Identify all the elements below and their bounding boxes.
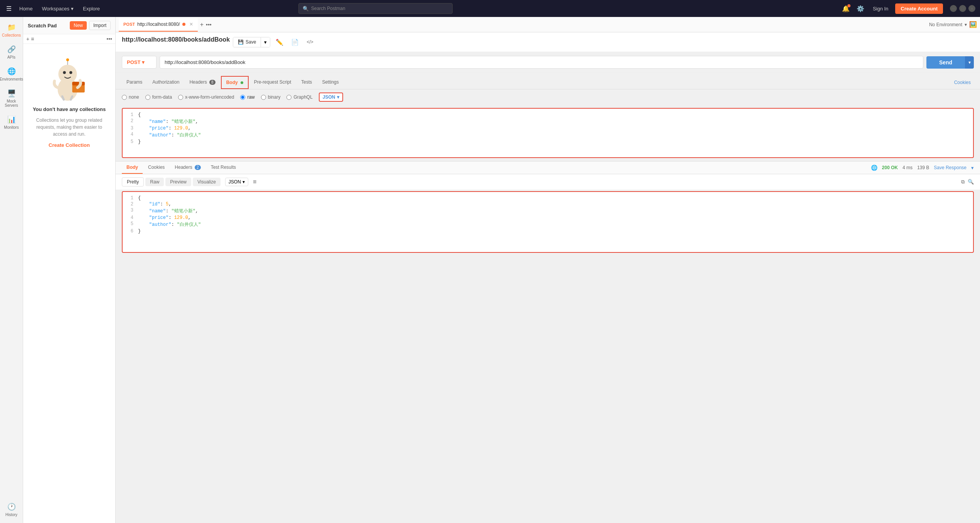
- tab-url-label: http://localhost:8080/: [137, 22, 180, 27]
- nav-right-area: 🔔 ⚙️ Sign In Create Account ─ □ ✕: [840, 3, 975, 14]
- empty-title: You don't have any collections: [33, 106, 106, 112]
- settings-tab[interactable]: Settings: [317, 76, 343, 89]
- response-cookies-tab[interactable]: Cookies: [143, 161, 169, 174]
- url-input[interactable]: [160, 56, 923, 69]
- json-format-selector[interactable]: JSON ▾: [319, 92, 343, 102]
- mascot-illustration: [46, 55, 93, 102]
- minimize-button[interactable]: ─: [950, 5, 957, 12]
- documentation-button[interactable]: 📄: [289, 37, 301, 47]
- tab-close-icon[interactable]: ✕: [189, 22, 193, 27]
- copy-icon[interactable]: ⧉: [961, 179, 965, 185]
- pre-request-tab[interactable]: Pre-request Script: [249, 76, 296, 89]
- save-response-chevron-icon[interactable]: ▾: [971, 165, 974, 171]
- none-radio[interactable]: none: [122, 94, 139, 100]
- edit-button[interactable]: ✏️: [273, 37, 286, 47]
- empty-collections-area: You don't have any collections Collectio…: [23, 44, 115, 160]
- cookies-link[interactable]: Cookies: [951, 77, 974, 88]
- environment-selector[interactable]: No Environment ▾ 🖼️: [929, 21, 977, 28]
- response-body-tab[interactable]: Body: [122, 161, 143, 174]
- import-button[interactable]: Import: [89, 21, 111, 30]
- top-navigation: ☰ Home Workspaces ▾ Explore 🔍 Search Pos…: [0, 0, 980, 17]
- response-tabs: Body Cookies Headers 2 Test Results 🌐 20…: [116, 161, 980, 174]
- search-bar[interactable]: 🔍 Search Postman: [298, 3, 453, 14]
- code-line-4: 4 "author": "白井仪人": [123, 131, 973, 139]
- params-tab[interactable]: Params: [122, 76, 147, 89]
- tests-tab[interactable]: Tests: [296, 76, 317, 89]
- create-account-button[interactable]: Create Account: [895, 3, 943, 14]
- tab-more-button[interactable]: •••: [206, 22, 212, 28]
- response-format-selector[interactable]: JSON ▾: [225, 178, 248, 186]
- form-data-radio[interactable]: form-data: [145, 94, 172, 100]
- response-headers-count: 2: [195, 165, 201, 170]
- code-button[interactable]: </>: [304, 38, 315, 46]
- response-action-icons: ⧉ 🔍: [961, 179, 974, 185]
- authorization-tab[interactable]: Authorization: [148, 76, 184, 89]
- save-response-button[interactable]: Save Response: [934, 165, 967, 170]
- test-results-tab[interactable]: Test Results: [206, 161, 241, 174]
- pretty-button[interactable]: Pretty: [122, 177, 144, 187]
- sidebar-item-collections[interactable]: 📁 Collections: [2, 20, 22, 40]
- headers-tab[interactable]: Headers 8: [185, 76, 220, 89]
- sign-in-button[interactable]: Sign In: [870, 4, 891, 13]
- graphql-radio[interactable]: GraphQL: [286, 94, 312, 100]
- save-dropdown-button[interactable]: ▾: [261, 37, 270, 47]
- body-options: none form-data x-www-form-urlencoded raw…: [116, 89, 980, 105]
- panel-header: Scratch Pad New Import: [23, 17, 115, 34]
- filter-icon[interactable]: ≡: [31, 36, 34, 42]
- filter-icon[interactable]: ≡: [253, 178, 256, 185]
- request-url-area: http://localhost:8080/books/addBook 💾 Sa…: [116, 32, 980, 52]
- hamburger-menu[interactable]: ☰: [5, 3, 13, 14]
- nav-home[interactable]: Home: [16, 4, 36, 13]
- add-tab-button[interactable]: +: [199, 20, 205, 30]
- send-button[interactable]: Send: [926, 56, 965, 69]
- raw-button[interactable]: Raw: [145, 178, 164, 186]
- history-icon: 🕐: [7, 503, 16, 511]
- settings-icon[interactable]: ⚙️: [855, 3, 866, 14]
- status-code: 200 OK: [882, 165, 898, 170]
- env-chevron-icon: ▾: [965, 22, 967, 27]
- raw-radio[interactable]: raw: [240, 94, 254, 100]
- new-button[interactable]: New: [70, 21, 87, 30]
- response-body-options: Pretty Raw Preview Visualize JSON ▾ ≡ ⧉ …: [116, 174, 980, 190]
- collections-panel: Scratch Pad New Import + ≡ •••: [23, 17, 116, 523]
- sidebar-item-mock-servers[interactable]: 🖥️ Mock Servers: [2, 86, 22, 111]
- active-tab[interactable]: POST http://localhost:8080/ ✕: [119, 18, 198, 32]
- sidebar-label-history: History: [5, 513, 17, 517]
- response-headers-tab[interactable]: Headers 2: [170, 161, 205, 174]
- more-options-icon[interactable]: •••: [106, 36, 112, 42]
- svg-line-8: [62, 96, 64, 99]
- sidebar-item-history[interactable]: 🕐 History: [2, 499, 22, 520]
- create-collection-link[interactable]: Create Collection: [49, 142, 90, 148]
- sidebar-item-apis[interactable]: 🔗 APIs: [2, 42, 22, 62]
- format-chevron-icon: ▾: [242, 179, 245, 185]
- svg-point-3: [69, 71, 72, 74]
- visualize-button[interactable]: Visualize: [193, 178, 221, 186]
- resp-line-3: 3 "name": "蜡笔小新",: [123, 207, 973, 215]
- urlencoded-radio[interactable]: x-www-form-urlencoded: [178, 94, 234, 100]
- binary-radio[interactable]: binary: [261, 94, 281, 100]
- add-collection-icon[interactable]: +: [26, 36, 29, 42]
- sidebar-label-mock-servers: Mock Servers: [3, 99, 20, 108]
- request-body-editor[interactable]: 1 { 2 "name": "蜡笔小新", 3 "price": 129.0, …: [122, 108, 974, 158]
- close-button[interactable]: ✕: [968, 5, 975, 12]
- nav-explore[interactable]: Explore: [80, 4, 103, 13]
- nav-workspaces[interactable]: Workspaces ▾: [39, 4, 77, 13]
- response-size: 139 B: [917, 165, 929, 170]
- save-button[interactable]: 💾 Save: [233, 37, 261, 47]
- maximize-button[interactable]: □: [959, 5, 966, 12]
- empty-desc: Collections let you group related reques…: [31, 117, 108, 138]
- app-body: 📁 Collections 🔗 APIs 🌐 Environments 🖥️ M…: [0, 17, 980, 523]
- code-line-3: 3 "price": 129.0,: [123, 125, 973, 131]
- sidebar-item-environments[interactable]: 🌐 Environments: [2, 64, 22, 84]
- sidebar-label-environments: Environments: [0, 77, 23, 81]
- sidebar-label-apis: APIs: [7, 55, 15, 59]
- headers-count-badge: 8: [209, 80, 216, 85]
- method-selector[interactable]: POST ▾: [122, 56, 157, 69]
- response-body-editor[interactable]: 1 { 2 "id": 5, 3 "name": "蜡笔小新", 4 "pric…: [122, 191, 974, 253]
- sidebar-item-monitors[interactable]: 📊 Monitors: [2, 112, 22, 133]
- preview-button[interactable]: Preview: [165, 178, 191, 186]
- send-dropdown-button[interactable]: ▾: [965, 56, 974, 69]
- notifications-icon[interactable]: 🔔: [840, 3, 851, 14]
- body-tab[interactable]: Body: [221, 76, 249, 89]
- search-response-icon[interactable]: 🔍: [968, 179, 974, 185]
